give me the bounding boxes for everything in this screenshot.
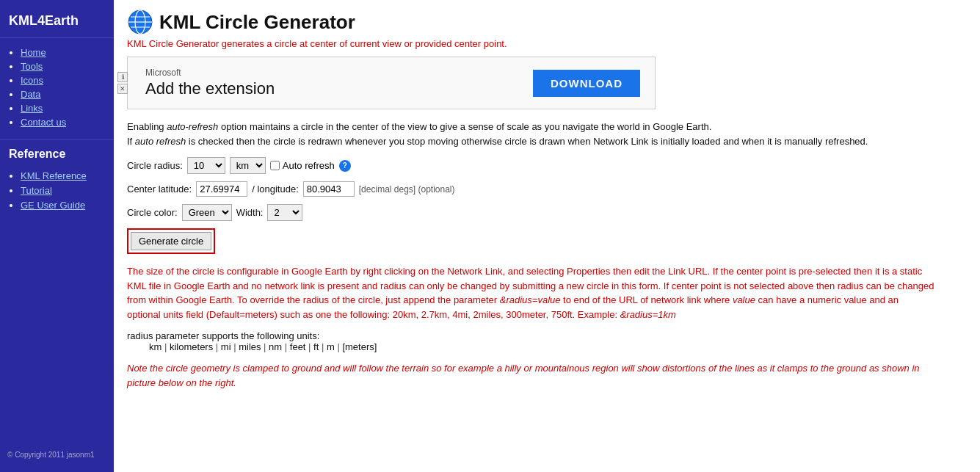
color-row: Circle color: Green Red Blue Yellow Whit… bbox=[127, 204, 967, 221]
width-label: Width: bbox=[236, 207, 264, 218]
description-block: Enabling auto-refresh option maintains a… bbox=[127, 120, 934, 148]
sidebar-item-tools[interactable]: Tools bbox=[21, 61, 105, 72]
sidebar-item-home[interactable]: Home bbox=[21, 47, 105, 58]
sidebar-title: KML4Earth bbox=[0, 7, 114, 38]
ad-download-button[interactable]: DOWNLOAD bbox=[533, 70, 640, 97]
ad-box: ℹ ✕ Microsoft Add the extension DOWNLOAD bbox=[127, 57, 656, 109]
radius-param-text: &radius=value bbox=[500, 294, 561, 305]
radius-unit-select[interactable]: km mi nm ft m bbox=[230, 157, 266, 174]
globe-icon bbox=[127, 9, 153, 35]
lat-label: Center latitude: bbox=[127, 184, 192, 195]
auto-refresh-term: auto-refresh bbox=[167, 121, 218, 132]
sidebar-item-tutorial[interactable]: Tutorial bbox=[21, 185, 105, 196]
ad-brand: Microsoft bbox=[145, 68, 275, 78]
units-block: radius parameter supports the following … bbox=[127, 330, 967, 352]
sidebar-item-contact[interactable]: Contact us bbox=[21, 117, 105, 128]
sidebar-item-icons[interactable]: Icons bbox=[21, 75, 105, 86]
units-line: km | kilometers | mi | miles | nm | feet… bbox=[149, 341, 967, 352]
ad-headline: Add the extension bbox=[145, 79, 275, 98]
ad-info-btn[interactable]: ℹ bbox=[117, 72, 128, 82]
sidebar-nav: Home Tools Icons Data Links Contact us bbox=[0, 38, 114, 137]
radius-row: Circle radius: 10 1 2 5 20 50 100 km mi … bbox=[127, 157, 967, 174]
auto-refresh-text: Auto refresh bbox=[283, 160, 335, 171]
sidebar-item-kml-reference[interactable]: KML Reference bbox=[21, 170, 105, 181]
help-icon[interactable]: ? bbox=[339, 160, 351, 172]
auto-refresh-label: Auto refresh bbox=[270, 160, 335, 171]
sidebar-item-links[interactable]: Links bbox=[21, 103, 105, 114]
sidebar-item-ge-user-guide[interactable]: GE User Guide bbox=[21, 200, 105, 211]
auto-refresh-term2: auto refresh bbox=[135, 136, 186, 147]
sidebar-copyright: © Copyright 2011 jasonm1 bbox=[0, 445, 114, 465]
color-select[interactable]: Green Red Blue Yellow White Black bbox=[182, 204, 232, 221]
lon-label: / longitude: bbox=[252, 184, 299, 195]
latitude-input[interactable] bbox=[196, 181, 247, 197]
main-content: KML Circle Generator KML Circle Generato… bbox=[114, 0, 980, 472]
generate-button-wrapper: Generate circle bbox=[127, 228, 215, 254]
longitude-input[interactable] bbox=[303, 181, 355, 197]
ad-controls: ℹ ✕ bbox=[117, 72, 128, 94]
sidebar-sub-nav: KML Reference Tutorial GE User Guide bbox=[0, 165, 114, 216]
radius-value-select[interactable]: 10 1 2 5 20 50 100 bbox=[187, 157, 225, 174]
color-label: Circle color: bbox=[127, 207, 178, 218]
latlon-row: Center latitude: / longitude: [decimal d… bbox=[127, 181, 967, 197]
page-subtitle: KML Circle Generator generates a circle … bbox=[127, 38, 967, 49]
value-text: value bbox=[733, 294, 755, 305]
description-line1: Enabling auto-refresh option maintains a… bbox=[127, 120, 934, 134]
page-header: KML Circle Generator bbox=[127, 9, 967, 35]
sidebar: KML4Earth Home Tools Icons Data Links Co… bbox=[0, 0, 114, 472]
example-text: &radius=1km bbox=[620, 309, 676, 320]
ad-close-btn[interactable]: ✕ bbox=[117, 84, 128, 94]
page-title: KML Circle Generator bbox=[159, 11, 355, 34]
auto-refresh-checkbox[interactable] bbox=[270, 161, 280, 170]
optional-label: [decimal degs] (optional) bbox=[359, 184, 455, 195]
generate-circle-button[interactable]: Generate circle bbox=[131, 232, 211, 250]
info-block: The size of the circle is configurable i… bbox=[127, 264, 934, 322]
note-block: Note the circle geometry is clamped to g… bbox=[127, 361, 934, 390]
radius-param-label: radius parameter supports the following … bbox=[127, 330, 967, 341]
description-line2: If auto refresh is checked then the circ… bbox=[127, 134, 934, 149]
sidebar-item-data[interactable]: Data bbox=[21, 89, 105, 100]
radius-label: Circle radius: bbox=[127, 160, 183, 171]
ad-box-left: Microsoft Add the extension bbox=[145, 68, 275, 98]
width-select[interactable]: 2 1 3 4 5 bbox=[267, 204, 302, 221]
reference-section-title: Reference bbox=[0, 139, 114, 165]
